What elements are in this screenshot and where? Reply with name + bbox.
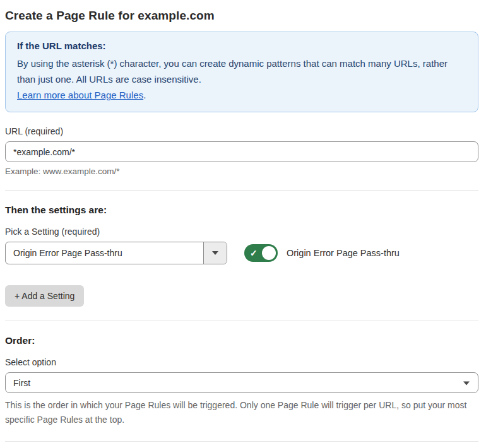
callout-heading: If the URL matches: <box>17 40 466 51</box>
order-select-label: Select option <box>5 357 478 367</box>
order-section-heading: Order: <box>5 335 478 346</box>
page-rule-form: Create a Page Rule for example.com If th… <box>0 0 486 448</box>
callout-body: By using the asterisk (*) character, you… <box>17 56 459 87</box>
chevron-down-icon <box>463 381 470 385</box>
settings-section-heading: Then the settings are: <box>5 204 478 216</box>
url-example-helper: Example: www.example.com/* <box>5 167 478 176</box>
chevron-down-icon <box>212 251 218 255</box>
setting-select-caret-segment[interactable] <box>203 242 227 264</box>
divider <box>5 441 478 442</box>
toggle-knob <box>262 246 276 260</box>
setting-select-value: Origin Error Page Pass-thru <box>6 242 203 264</box>
order-select[interactable]: First <box>5 372 478 393</box>
page-title: Create a Page Rule for example.com <box>5 9 478 23</box>
setting-select[interactable]: Origin Error Page Pass-thru <box>5 242 227 264</box>
order-select-value: First <box>13 378 30 388</box>
url-input[interactable] <box>5 141 478 162</box>
learn-more-link[interactable]: Learn more about Page Rules <box>17 90 143 100</box>
setting-toggle-label: Origin Error Page Pass-thru <box>287 248 400 258</box>
url-field-label: URL (required) <box>5 126 478 136</box>
add-setting-button[interactable]: + Add a Setting <box>5 285 84 307</box>
setting-toggle[interactable]: ✓ <box>244 244 278 262</box>
setting-row: Origin Error Page Pass-thru ✓ Origin Err… <box>5 242 478 264</box>
check-icon: ✓ <box>250 248 258 258</box>
url-match-info-callout: If the URL matches: By using the asteris… <box>5 32 478 112</box>
link-period: . <box>143 90 146 100</box>
order-helper-text: This is the order in which your Page Rul… <box>5 398 475 427</box>
divider <box>5 190 478 191</box>
pick-setting-label: Pick a Setting (required) <box>5 227 478 237</box>
divider <box>5 321 478 321</box>
